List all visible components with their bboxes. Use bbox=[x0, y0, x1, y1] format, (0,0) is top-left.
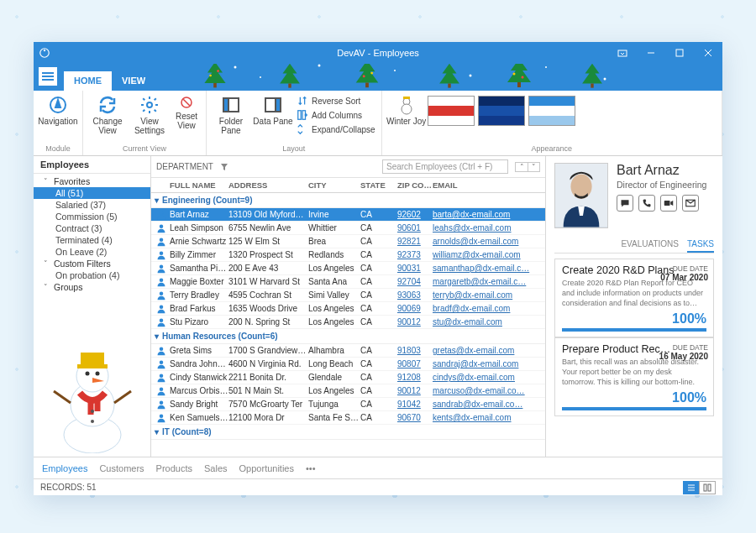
nav-employees[interactable]: Employees bbox=[42, 463, 87, 473]
add-columns-button[interactable]: Add Columns bbox=[294, 108, 378, 122]
table-row[interactable]: Stu Pizaro200 N. Spring StLos AngelesCA9… bbox=[151, 316, 545, 329]
snowman-icon bbox=[396, 95, 417, 115]
nav-more[interactable]: ••• bbox=[306, 463, 316, 473]
folder-pane-button[interactable]: Folder Pane bbox=[210, 92, 252, 135]
mail-button[interactable] bbox=[682, 195, 699, 212]
svg-point-27 bbox=[318, 65, 321, 67]
svg-point-76 bbox=[160, 400, 164, 405]
sort-icon bbox=[297, 95, 308, 107]
nav-products[interactable]: Products bbox=[156, 463, 192, 473]
svg-marker-82 bbox=[670, 201, 673, 206]
table-row[interactable]: Bart Arnaz13109 Old Myford…IrvineCA92602… bbox=[151, 208, 545, 222]
ribbon: Navigation Module Change View View Setti… bbox=[34, 91, 722, 156]
svg-point-30 bbox=[545, 66, 547, 68]
table-row[interactable]: Cindy Stanwick2211 Bonita Dr.GlendaleCA9… bbox=[151, 371, 545, 384]
group-row[interactable]: ▾ Engineering (Count=9) bbox=[151, 193, 545, 208]
tab-tasks[interactable]: TASKS bbox=[687, 237, 714, 253]
table-row[interactable]: Terry Bradley4595 Cochran StSimi ValleyC… bbox=[151, 289, 545, 302]
titlebar: DevAV - Employees bbox=[34, 42, 722, 64]
tree-item[interactable]: Terminated (4) bbox=[34, 234, 150, 246]
table-row[interactable]: Greta Sims1700 S Grandview…AlhambraCA918… bbox=[151, 344, 545, 358]
theme-button[interactable]: Winter Joy bbox=[386, 92, 428, 126]
group-filter-icon[interactable] bbox=[220, 163, 228, 171]
compass-icon bbox=[48, 95, 68, 115]
call-button[interactable] bbox=[638, 195, 655, 212]
ribbon-tab-home[interactable]: HOME bbox=[64, 71, 112, 91]
tree-item[interactable]: Salaried (37) bbox=[34, 199, 150, 211]
tree-group[interactable]: ˅Custom Filters bbox=[34, 258, 150, 269]
sidebar-tree: ˅FavoritesAll (51)Salaried (37)Commissio… bbox=[34, 174, 150, 295]
table-row[interactable]: Billy Zimmer1320 Prospect StRedlandsCA92… bbox=[151, 248, 545, 262]
table-row[interactable]: Sandra Johnson4600 N Virginia Rd.Long Be… bbox=[151, 358, 545, 371]
table-row[interactable]: Sandy Bright7570 McGroarty TerTujungaCA9… bbox=[151, 398, 545, 411]
table-row[interactable]: Ken Samuelson12100 Mora DrSanta Fe Sprin… bbox=[151, 411, 545, 425]
column-headers[interactable]: FULL NAMEADDRESSCITYSTATEZIP CO…EMAIL bbox=[151, 178, 545, 193]
svg-line-60 bbox=[54, 391, 71, 403]
svg-point-69 bbox=[160, 291, 164, 295]
phone-icon bbox=[642, 198, 652, 208]
table-row[interactable]: Brad Farkus1635 Woods DriveLos AngelesCA… bbox=[151, 302, 545, 316]
data-pane-button[interactable]: Data Pane bbox=[252, 92, 294, 126]
chat-button[interactable] bbox=[617, 195, 633, 212]
avatar bbox=[554, 163, 608, 228]
theme-swatches[interactable] bbox=[428, 92, 575, 126]
ribbon-tab-view[interactable]: VIEW bbox=[112, 71, 155, 91]
reverse-sort-button[interactable]: Reverse Sort bbox=[294, 94, 378, 107]
navigation-button[interactable]: Navigation bbox=[37, 92, 79, 126]
svg-rect-81 bbox=[664, 201, 670, 206]
group-row[interactable]: ▾ IT (Count=8) bbox=[151, 425, 545, 440]
tree-group[interactable]: ˅Favorites bbox=[34, 175, 150, 187]
svg-point-46 bbox=[402, 104, 412, 114]
reset-view-button[interactable]: Reset View bbox=[171, 92, 202, 130]
view-settings-button[interactable]: View Settings bbox=[129, 92, 171, 135]
svg-point-79 bbox=[570, 175, 591, 199]
grid-panel: DEPARTMENT Search Employees (Ctrl + F) ˄… bbox=[151, 156, 546, 457]
nav-sales[interactable]: Sales bbox=[204, 463, 228, 473]
svg-point-31 bbox=[604, 78, 606, 81]
change-view-button[interactable]: Change View bbox=[87, 92, 129, 135]
svg-point-75 bbox=[160, 387, 164, 391]
svg-marker-62 bbox=[221, 164, 228, 170]
group-by-label[interactable]: DEPARTMENT bbox=[156, 162, 213, 171]
mail-icon bbox=[685, 198, 696, 208]
nav-opportunities[interactable]: Opportunities bbox=[239, 463, 294, 473]
table-row[interactable]: Samantha Piper200 E Ave 43Los AngelesCA9… bbox=[151, 262, 545, 275]
svg-point-63 bbox=[160, 211, 164, 215]
tree-item[interactable]: On Leave (2) bbox=[34, 246, 150, 258]
view-card-button[interactable] bbox=[699, 481, 716, 494]
tree-item[interactable]: All (51) bbox=[34, 187, 150, 199]
window-title: DevAV - Employees bbox=[34, 48, 722, 58]
expand-collapse-button[interactable]: Expand/Collapse bbox=[294, 123, 378, 136]
view-list-button[interactable] bbox=[683, 481, 700, 494]
search-input[interactable]: Search Employees (Ctrl + F) bbox=[382, 159, 508, 174]
svg-point-53 bbox=[86, 372, 90, 376]
tree-group[interactable]: ˅Groups bbox=[34, 281, 150, 293]
tree-item[interactable]: Commission (5) bbox=[34, 211, 150, 222]
video-icon bbox=[664, 198, 674, 208]
svg-rect-88 bbox=[708, 484, 711, 491]
hamburger-button[interactable] bbox=[39, 67, 57, 86]
nav-customers[interactable]: Customers bbox=[99, 463, 144, 473]
table-row[interactable]: Arnie Schwartz125 W Elm StBreaCA92821arn… bbox=[151, 235, 545, 248]
svg-point-68 bbox=[160, 278, 164, 282]
table-row[interactable]: Maggie Boxter3101 W Harvard StSanta AnaC… bbox=[151, 275, 545, 289]
expand-icon bbox=[297, 123, 308, 135]
table-row[interactable]: Leah Simpson6755 Newlin AveWhittierCA906… bbox=[151, 222, 545, 235]
tab-evaluations[interactable]: EVALUATIONS bbox=[621, 237, 679, 253]
task-card[interactable]: DUE DATE16 May 2020Prepare Product Rec…B… bbox=[554, 337, 714, 416]
status-bar: RECORDS: 51 bbox=[34, 478, 722, 495]
svg-marker-33 bbox=[55, 100, 60, 107]
sidebar: Employees ˅FavoritesAll (51)Salaried (37… bbox=[34, 156, 151, 457]
video-button[interactable] bbox=[660, 195, 677, 212]
tree-item[interactable]: Contract (3) bbox=[34, 222, 150, 234]
group-row[interactable]: ▾ Human Resources (Count=6) bbox=[151, 329, 545, 344]
table-row[interactable]: Marcus Orbison501 N Main St.Los AngelesC… bbox=[151, 384, 545, 398]
detail-pane: Bart Arnaz Director of Engineering EVALU… bbox=[546, 156, 722, 457]
tree-item[interactable]: On probation (4) bbox=[34, 269, 150, 281]
svg-rect-51 bbox=[81, 353, 104, 366]
svg-point-29 bbox=[470, 75, 472, 77]
task-card[interactable]: DUE DATE07 Mar 2020Create 2020 R&D Plans… bbox=[554, 259, 714, 337]
svg-point-71 bbox=[160, 318, 164, 322]
search-nav[interactable]: ˄˅ bbox=[515, 162, 540, 172]
svg-line-36 bbox=[183, 99, 190, 106]
